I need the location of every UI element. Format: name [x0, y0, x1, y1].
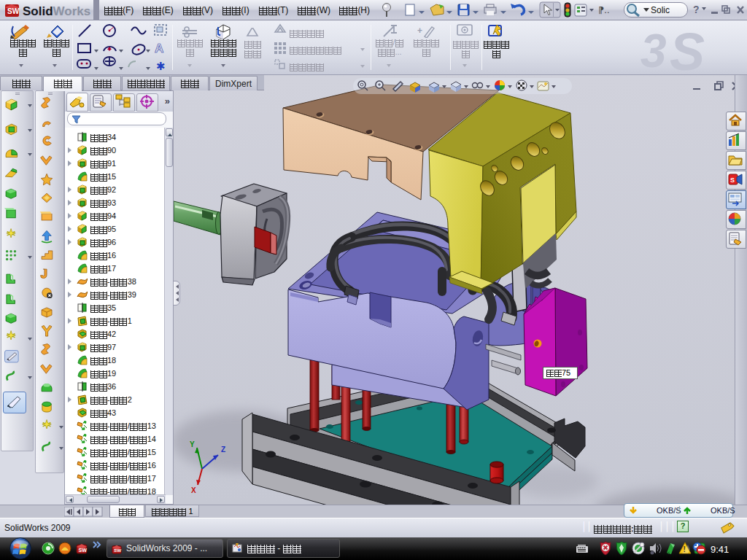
- svg-text:+: +: [417, 26, 422, 36]
- svg-text:A: A: [155, 42, 163, 55]
- svg-text:3: 3: [640, 25, 667, 74]
- svg-text:SW: SW: [114, 548, 121, 553]
- svg-text:Z: Z: [221, 446, 225, 454]
- svg-text:SW: SW: [7, 7, 20, 15]
- svg-text:SW: SW: [79, 548, 88, 553]
- svg-text:SolidWorks: SolidWorks: [23, 4, 90, 18]
- svg-text:Y: Y: [190, 440, 195, 448]
- svg-text:X: X: [191, 486, 196, 494]
- svg-text:S: S: [670, 23, 705, 74]
- svg-text:⁋..: ⁋..: [598, 4, 610, 15]
- svg-text:✱: ✱: [156, 60, 166, 71]
- svg-text:!: !: [684, 545, 686, 553]
- svg-text:Solic: Solic: [651, 5, 670, 15]
- svg-text:S: S: [730, 176, 735, 184]
